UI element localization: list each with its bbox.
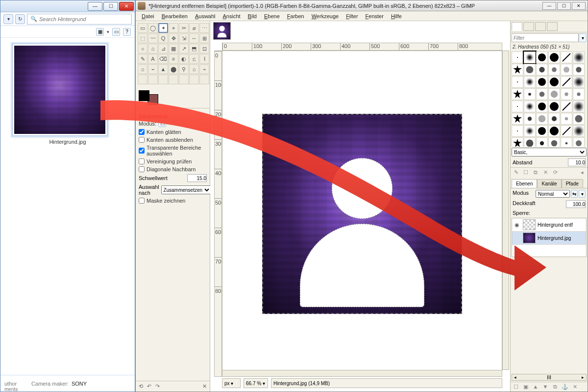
menu-ansicht[interactable]: Ansicht bbox=[220, 13, 244, 20]
tool-24[interactable]: ≡ bbox=[169, 54, 178, 64]
tool-17[interactable]: ▦ bbox=[169, 44, 178, 53]
tool-10[interactable]: ✥ bbox=[169, 33, 178, 43]
tool-39[interactable] bbox=[179, 75, 189, 84]
tool-6[interactable]: ⋯ bbox=[199, 23, 209, 33]
tool-31[interactable]: ⬤ bbox=[169, 64, 178, 74]
tool-37[interactable] bbox=[158, 75, 168, 84]
history-tab[interactable] bbox=[547, 22, 558, 31]
brush-item[interactable] bbox=[573, 137, 585, 147]
tool-35[interactable] bbox=[138, 75, 147, 84]
brush-item[interactable] bbox=[536, 137, 548, 147]
tool-32[interactable]: ⚲ bbox=[179, 64, 189, 74]
tool-22[interactable]: A bbox=[148, 54, 158, 64]
brush-item[interactable] bbox=[536, 52, 548, 63]
del-layer-icon[interactable]: ✕ bbox=[571, 384, 578, 390]
brush-item[interactable] bbox=[548, 137, 560, 147]
search-field[interactable]: 🔍 bbox=[27, 14, 132, 25]
brush-item[interactable] bbox=[512, 125, 523, 137]
tool-7[interactable]: ⬚ bbox=[138, 33, 147, 43]
fg-color-swatch[interactable] bbox=[139, 90, 149, 101]
new-layer-icon[interactable]: ☐ bbox=[513, 384, 519, 390]
search-input[interactable] bbox=[39, 16, 128, 22]
up-icon[interactable]: ▲ bbox=[532, 384, 539, 390]
brush-item[interactable] bbox=[573, 125, 585, 137]
gimp-close-button[interactable]: ✕ bbox=[572, 2, 586, 10]
brush-item[interactable] bbox=[536, 125, 548, 137]
brushes-tab[interactable] bbox=[512, 22, 522, 31]
menu-hilfe[interactable]: Hilfe bbox=[388, 13, 405, 20]
new-brush-icon[interactable]: ☐ bbox=[522, 169, 529, 176]
brush-item[interactable] bbox=[561, 137, 572, 147]
brush-item[interactable] bbox=[524, 76, 536, 88]
threshold-input[interactable] bbox=[187, 174, 207, 182]
refresh-icon[interactable]: ↻ bbox=[15, 14, 25, 24]
tool-33[interactable]: ⌂ bbox=[189, 64, 199, 74]
layer-row[interactable]: ◉Hintergrund entf bbox=[512, 218, 586, 232]
tool-28[interactable]: ⌂ bbox=[138, 64, 147, 74]
redo-icon[interactable]: ↷ bbox=[155, 383, 160, 390]
brush-item[interactable] bbox=[512, 52, 523, 63]
mode-icon[interactable]: ▭ bbox=[158, 120, 166, 127]
brush-filter-input[interactable] bbox=[512, 33, 579, 42]
right-scrollbar[interactable]: ◂ III ▸ bbox=[512, 374, 587, 381]
menu-farben[interactable]: Farben bbox=[284, 13, 307, 20]
tool-11[interactable]: ⇲ bbox=[179, 33, 189, 43]
tool-20[interactable]: ⊡ bbox=[199, 44, 209, 53]
group-icon[interactable]: ▣ bbox=[522, 384, 529, 390]
preview-icon[interactable]: ▭ bbox=[112, 28, 120, 36]
brush-item[interactable] bbox=[512, 137, 523, 147]
brush-category-dropdown[interactable]: Basic, bbox=[512, 148, 587, 157]
brush-item[interactable] bbox=[573, 52, 585, 63]
brush-item[interactable] bbox=[561, 125, 572, 137]
gimp-maximize-button[interactable]: ☐ bbox=[557, 2, 571, 10]
menu-auswahl[interactable]: Auswahl bbox=[192, 13, 219, 20]
tab-channels[interactable]: Kanäle bbox=[537, 179, 561, 188]
dropdown-icon[interactable]: ▾ bbox=[3, 14, 13, 24]
brush-item[interactable] bbox=[536, 76, 548, 88]
tool-16[interactable]: ⊿ bbox=[158, 44, 168, 53]
option-checkbox[interactable] bbox=[139, 166, 145, 172]
tool-38[interactable] bbox=[169, 75, 178, 84]
scroll-thumb[interactable]: III bbox=[516, 374, 582, 380]
brush-item[interactable] bbox=[548, 76, 560, 88]
tool-1[interactable]: ◯ bbox=[148, 23, 158, 33]
anchor-icon[interactable]: ⚓ bbox=[562, 384, 568, 390]
help-icon[interactable]: ? bbox=[123, 28, 131, 36]
brush-item[interactable] bbox=[573, 76, 585, 88]
tool-4[interactable]: ✂ bbox=[179, 23, 189, 33]
chevron-down-icon[interactable]: ▾ bbox=[107, 29, 109, 34]
menu-bearbeiten[interactable]: Bearbeiten bbox=[159, 13, 191, 20]
menu-datei[interactable]: Datei bbox=[139, 13, 157, 20]
brush-item[interactable] bbox=[524, 125, 536, 137]
tool-27[interactable]: ⌇ bbox=[199, 54, 209, 64]
file-thumbnail[interactable] bbox=[12, 44, 107, 136]
zoom-selector[interactable]: 66.7 % ▾ bbox=[244, 378, 268, 388]
delete-icon[interactable]: ✕ bbox=[202, 383, 207, 390]
scrollbar-horizontal[interactable] bbox=[222, 370, 502, 377]
tool-40[interactable] bbox=[189, 75, 199, 84]
tool-30[interactable]: ▲ bbox=[158, 64, 168, 74]
tool-26[interactable]: ⎌ bbox=[189, 54, 199, 64]
brush-item[interactable] bbox=[573, 113, 585, 125]
brush-item[interactable] bbox=[548, 64, 560, 76]
menu-fenster[interactable]: Fenster bbox=[363, 13, 387, 20]
tool-14[interactable]: ⟐ bbox=[138, 44, 147, 53]
tool-36[interactable] bbox=[148, 75, 158, 84]
brush-item[interactable] bbox=[512, 76, 523, 88]
brush-item[interactable] bbox=[524, 64, 536, 76]
option-checkbox[interactable] bbox=[139, 137, 145, 143]
tab-layers[interactable]: Ebenen bbox=[512, 179, 537, 188]
dup-layer-icon[interactable]: ⧉ bbox=[552, 384, 559, 390]
unit-selector[interactable]: px ▾ bbox=[222, 378, 241, 388]
brush-item[interactable] bbox=[524, 52, 536, 63]
tool-18[interactable]: ↗ bbox=[179, 44, 189, 53]
fonts-tab[interactable] bbox=[535, 22, 546, 31]
brush-item[interactable] bbox=[548, 88, 560, 100]
close-button[interactable]: ✕ bbox=[119, 2, 134, 11]
tool-13[interactable]: ⊞ bbox=[199, 33, 209, 43]
mode-menu-icon[interactable]: ▾ bbox=[579, 190, 586, 198]
brush-menu-icon[interactable]: ◂ bbox=[579, 169, 586, 176]
tool-15[interactable]: ⌂ bbox=[148, 44, 158, 53]
layer-row[interactable]: Hintergrund.jpg bbox=[512, 232, 586, 245]
option-checkbox[interactable] bbox=[139, 158, 145, 164]
